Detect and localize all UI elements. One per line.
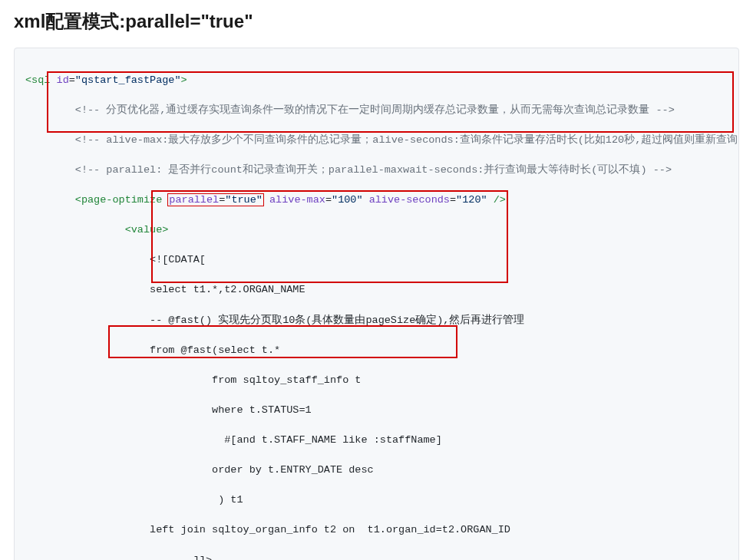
heading-xml-config: xml配置模式:parallel="true" <box>14 9 739 34</box>
xml-code-block: <sql id="qstart_fastPage"> <!-- 分页优化器,通过… <box>14 48 739 560</box>
highlight-parallel-attr: parallel="true" <box>167 193 264 206</box>
xml-comment-2: <!-- alive-max:最大存放多少个不同查询条件的总记录量；alive-… <box>75 134 739 146</box>
xml-comment-3: <!-- parallel: 是否并行count和记录查询开关；parallel… <box>75 164 672 176</box>
xml-comment-1: <!-- 分页优化器,通过缓存实现查询条件一致的情况下在一定时间周期内缓存总记录… <box>75 104 675 116</box>
